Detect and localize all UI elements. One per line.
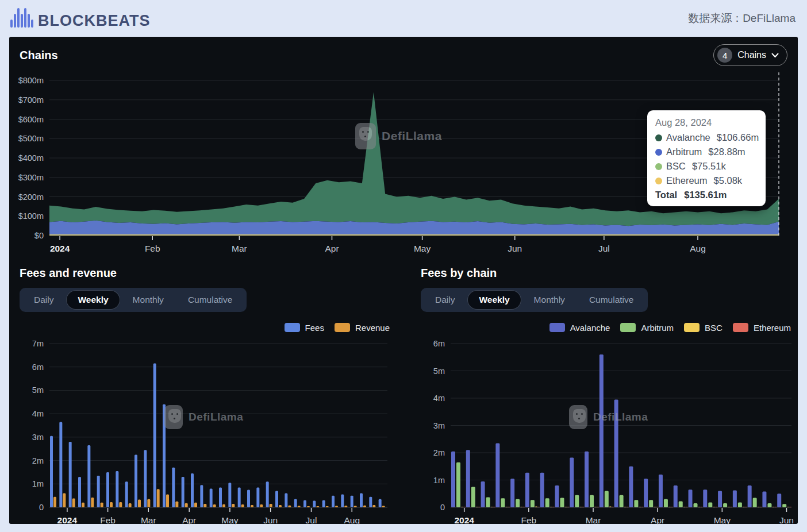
tooltip-total: Total$135.61m — [655, 190, 758, 201]
fees-by-chain-legend: Avalanche Arbitrum BSC Ethereum — [421, 321, 791, 334]
svg-text:$800m: $800m — [18, 76, 44, 85]
revenue-swatch — [335, 323, 350, 332]
legend-fees[interactable]: Fees — [285, 323, 324, 333]
legend-ethereum[interactable]: Ethereum — [733, 323, 791, 333]
chains-dropdown[interactable]: 4 Chains — [713, 44, 787, 66]
legend-avalanche[interactable]: Avalanche — [549, 323, 610, 333]
fees-revenue-tabs: Daily Weekly Monthly Cumulative — [20, 288, 247, 312]
svg-text:$200m: $200m — [18, 192, 44, 202]
svg-text:1m: 1m — [32, 479, 44, 488]
svg-text:5m: 5m — [32, 385, 44, 395]
svg-text:2024: 2024 — [454, 515, 474, 525]
tab-monthly[interactable]: Monthly — [122, 291, 175, 309]
svg-text:$700m: $700m — [18, 95, 44, 105]
svg-text:Jul: Jul — [598, 244, 610, 253]
svg-text:Aug: Aug — [690, 244, 706, 253]
svg-text:3m: 3m — [433, 421, 445, 430]
tooltip-label: BSC — [666, 161, 686, 172]
tab-monthly[interactable]: Monthly — [523, 291, 576, 309]
tooltip-label: Arbitrum — [666, 147, 702, 157]
svg-text:$500m: $500m — [18, 134, 44, 143]
tooltip-value: $75.51k — [692, 161, 726, 172]
arbitrum-dot — [655, 149, 662, 156]
top-bar: BLOCKBEATS 数据来源：DeFiLlama — [0, 0, 807, 37]
svg-text:6m: 6m — [32, 363, 44, 372]
svg-text:May: May — [414, 244, 431, 253]
svg-text:2m: 2m — [32, 456, 44, 465]
blockbeats-logo-icon — [10, 8, 33, 29]
svg-text:Jun: Jun — [263, 515, 278, 525]
tab-weekly[interactable]: Weekly — [468, 291, 520, 309]
svg-text:$100m: $100m — [18, 211, 44, 221]
fees-by-chain-title: Fees by chain — [421, 267, 794, 280]
svg-text:7m: 7m — [32, 339, 44, 348]
legend-revenue[interactable]: Revenue — [335, 323, 390, 333]
fees-by-chain-section: Fees by chain Daily Weekly Monthly Cumul… — [421, 264, 794, 527]
bsc-dot — [655, 163, 662, 170]
chains-dropdown-label: Chains — [737, 50, 766, 60]
svg-text:1m: 1m — [433, 476, 445, 485]
fees-revenue-chart-svg[interactable]: 01m2m3m4m5m6m7m2024FebMarAprMayJunJulAug — [20, 335, 393, 525]
fees-revenue-section: Fees and revenue Daily Weekly Monthly Cu… — [20, 264, 393, 527]
svg-text:Feb: Feb — [521, 515, 536, 525]
tab-daily[interactable]: Daily — [424, 291, 466, 309]
dashboard-panel: Chains 4 Chains $0$100m$200m$300m$400m$5… — [9, 37, 798, 524]
svg-text:Jul: Jul — [306, 515, 317, 525]
svg-text:Aug: Aug — [344, 515, 360, 525]
arbitrum-swatch — [620, 323, 636, 332]
chevron-down-icon — [771, 53, 779, 58]
svg-text:$300m: $300m — [18, 173, 44, 182]
svg-text:0: 0 — [440, 503, 445, 512]
svg-text:Jun: Jun — [508, 244, 522, 253]
chart-tooltip: Aug 28, 2024 Avalanche$106.66m Arbitrum$… — [647, 110, 766, 206]
fees-swatch — [285, 323, 300, 332]
blockbeats-logo-text: BLOCKBEATS — [38, 13, 151, 29]
svg-text:Mar: Mar — [232, 244, 247, 253]
svg-text:4m: 4m — [32, 409, 44, 418]
tab-weekly[interactable]: Weekly — [67, 291, 119, 309]
legend-arbitrum[interactable]: Arbitrum — [620, 323, 674, 333]
data-source-label: 数据来源：DeFiLlama — [688, 11, 796, 26]
svg-text:Apr: Apr — [651, 515, 664, 525]
tooltip-label: Avalanche — [666, 132, 710, 143]
fees-revenue-legend: Fees Revenue — [20, 321, 390, 334]
tab-cumulative[interactable]: Cumulative — [578, 291, 645, 309]
svg-text:5m: 5m — [433, 367, 445, 376]
svg-text:$400m: $400m — [18, 153, 44, 163]
chains-count-badge: 4 — [717, 48, 732, 63]
svg-text:Apr: Apr — [325, 244, 339, 253]
svg-text:$0: $0 — [34, 231, 44, 240]
svg-text:May: May — [714, 515, 731, 525]
fees-by-chain-tabs: Daily Weekly Monthly Cumulative — [421, 288, 648, 312]
svg-text:6m: 6m — [433, 339, 445, 348]
blockbeats-logo[interactable]: BLOCKBEATS — [10, 8, 151, 29]
avalanche-dot — [655, 134, 662, 141]
svg-text:Mar: Mar — [141, 515, 156, 525]
svg-text:3m: 3m — [32, 433, 44, 442]
svg-text:2024: 2024 — [50, 244, 70, 253]
fees-revenue-title: Fees and revenue — [20, 267, 393, 280]
svg-text:4m: 4m — [433, 394, 445, 403]
svg-text:2m: 2m — [433, 448, 445, 457]
svg-text:Feb: Feb — [145, 244, 160, 253]
svg-text:2024: 2024 — [57, 515, 78, 525]
tooltip-value: $28.88m — [708, 147, 745, 157]
legend-bsc[interactable]: BSC — [684, 323, 723, 333]
tab-daily[interactable]: Daily — [23, 291, 64, 309]
chains-chart-area: $0$100m$200m$300m$400m$500m$600m$700m$80… — [17, 68, 790, 260]
svg-text:0: 0 — [39, 503, 44, 512]
avalanche-swatch — [549, 323, 565, 332]
tooltip-value: $5.08k — [714, 175, 743, 186]
svg-text:Jun: Jun — [779, 515, 794, 525]
tooltip-value: $106.66m — [717, 132, 759, 143]
bsc-swatch — [684, 323, 700, 332]
svg-text:Apr: Apr — [182, 515, 196, 525]
chains-title: Chains — [20, 49, 58, 62]
tab-cumulative[interactable]: Cumulative — [177, 291, 244, 309]
tooltip-label: Ethereum — [666, 175, 708, 186]
svg-text:$600m: $600m — [18, 115, 44, 124]
svg-text:Feb: Feb — [100, 515, 116, 525]
fees-by-chain-chart-svg[interactable]: 01m2m3m4m5m6m2024FebMarAprMayJun — [421, 335, 794, 525]
ethereum-swatch — [733, 323, 748, 332]
tooltip-date: Aug 28, 2024 — [655, 117, 758, 128]
